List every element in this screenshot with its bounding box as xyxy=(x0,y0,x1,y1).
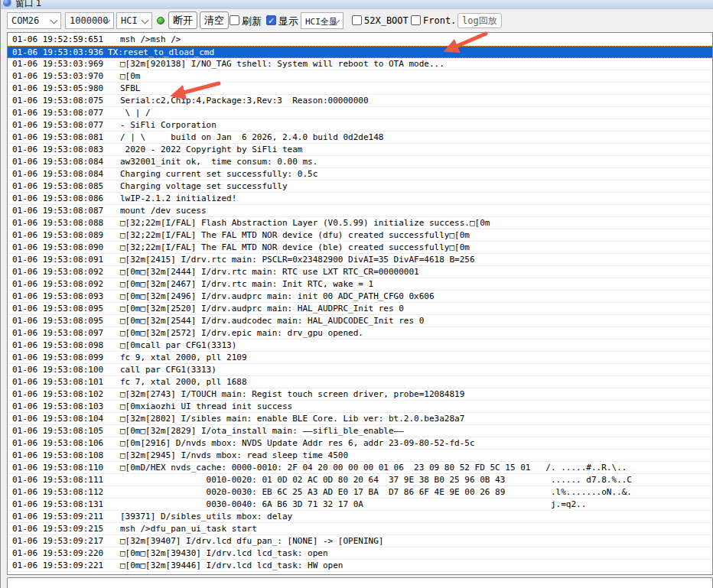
log-message: msh />dfu_pan_ui_task start xyxy=(103,523,257,534)
log-row[interactable]: 01-06 19:53:08:086lwIP-2.1.2 initialized… xyxy=(8,193,712,205)
log-message: lwIP-2.1.2 initialized! xyxy=(103,193,236,204)
log-row[interactable]: 01-06 19:53:05:980SFBL xyxy=(8,83,712,95)
log-message: aw32001_init ok, time consum: 0.00 ms. xyxy=(103,156,317,167)
hci-display-select[interactable]: HCI全显 xyxy=(301,12,343,29)
log-row[interactable]: 01-06 19:53:08:106□[0m[2916] D/nvds mbox… xyxy=(8,437,712,450)
log-timestamp: 01-06 19:53:09:221 xyxy=(8,560,103,571)
log-row[interactable]: 01-06 19:53:08:085Charging voltage set s… xyxy=(8,180,712,193)
log-replay-button[interactable]: log回放 xyxy=(457,13,502,28)
log-row[interactable]: 01-06 19:53:09:211[39371] D/sibles_utils… xyxy=(8,511,712,523)
log-row[interactable]: 01-06 19:53:08:090□[32;22m[I/FAL] The FA… xyxy=(8,242,712,254)
log-rows-container: 01-06 19:52:59:651msh />msh />01-06 19:5… xyxy=(8,34,712,572)
log-message: □[0m[2916] D/nvds mbox: NVDS Update Addr… xyxy=(103,437,475,449)
log-timestamp: 01-06 19:53:08:086 xyxy=(8,193,103,204)
log-timestamp: 01-06 19:53:08:103 xyxy=(8,401,103,412)
log-message: □[0m□[32m[2467] I/drv.rtc main: Init RTC… xyxy=(103,278,373,290)
log-row[interactable]: 01-06 19:53:08:087mount /dev sucess xyxy=(8,205,712,217)
log-row[interactable]: 01-06 19:53:08:111 0010-0020: 01 0D 02 A… xyxy=(8,474,712,486)
log-row[interactable]: 01-06 19:53:08:102□[32m[2743] I/TOUCH ma… xyxy=(8,388,712,401)
clear-button[interactable]: 清空 xyxy=(200,11,229,29)
log-row-selected[interactable]: 01-06 19:53:03:936TX:reset_to_dload_cmd xyxy=(8,46,712,58)
refresh-checkbox-label: 刷新 xyxy=(242,15,262,28)
log-timestamp: 01-06 19:53:03:936 xyxy=(8,47,103,58)
log-row[interactable]: 01-06 19:53:08:104□[32m[2802] I/sibles m… xyxy=(8,413,712,425)
log-row[interactable]: 01-06 19:53:08:093□[0m□[32m[2496] I/drv.… xyxy=(8,291,712,303)
log-timestamp: 01-06 19:53:08:102 xyxy=(8,388,103,400)
refresh-checkbox[interactable] xyxy=(230,15,239,25)
log-message: \ | / xyxy=(103,107,151,119)
log-row[interactable]: 01-06 19:53:08:097□[0m□[32m[2572] I/drv.… xyxy=(8,327,712,339)
connection-status-led-icon xyxy=(157,17,164,24)
log-row[interactable]: 01-06 19:53:08:101fc 7, xtal 2000, pll 1… xyxy=(8,376,712,388)
app-icon xyxy=(3,0,11,7)
log-timestamp: 01-06 19:53:08:075 xyxy=(8,95,103,106)
log-row[interactable]: 01-06 19:53:09:217□[32m[39407] I/drv.lcd… xyxy=(8,535,712,547)
log-message: □[32m[920138] I/NO_TAG tshell: System wi… xyxy=(103,58,444,70)
log-row[interactable]: 01-06 19:53:08:108□[32m[2945] I/nvds mbo… xyxy=(8,450,712,462)
log-row[interactable]: 01-06 19:53:08:103□[0mxiaozhi UI thread … xyxy=(8,401,712,413)
log-timestamp: 01-06 19:53:08:100 xyxy=(8,364,103,375)
front-checkbox[interactable] xyxy=(411,15,421,25)
chevron-down-icon xyxy=(142,17,149,24)
log-timestamp: 01-06 19:53:08:099 xyxy=(8,352,103,363)
log-timestamp: 01-06 19:53:08:131 xyxy=(8,499,103,510)
disconnect-button[interactable]: 断开 xyxy=(168,11,197,29)
log-row[interactable]: 01-06 19:53:03:970□[0m xyxy=(8,70,712,83)
log-message: □[32m[2802] I/sibles main: enable BLE Co… xyxy=(103,413,464,424)
log-message: TX:reset_to_dload_cmd xyxy=(103,47,214,58)
log-message: □[32m[2743] I/TOUCH main: Regist touch s… xyxy=(103,388,464,400)
log-row[interactable]: 01-06 19:53:08:100call par CFG1(3313) xyxy=(8,364,712,376)
log-row[interactable]: 01-06 19:53:09:215msh />dfu_pan_ui_task … xyxy=(8,523,712,535)
log-row[interactable]: 01-06 19:53:08:091□[32m[2415] I/drv.rtc … xyxy=(8,254,712,266)
log-timestamp: 01-06 19:53:08:084 xyxy=(8,168,103,180)
log-row[interactable]: 01-06 19:53:08:077 \ | / xyxy=(8,107,712,119)
command-input[interactable] xyxy=(7,577,713,588)
log-timestamp: 01-06 19:53:08:087 xyxy=(8,205,103,216)
baud-rate-value: 1000000 xyxy=(70,15,109,26)
log-row[interactable]: 01-06 19:53:08:105□[0m□[32m[2829] I/ota_… xyxy=(8,425,712,437)
log-timestamp: 01-06 19:53:03:969 xyxy=(8,58,103,70)
log-row[interactable]: 01-06 19:53:08:083 2020 - 2022 Copyright… xyxy=(8,144,712,156)
log-row[interactable]: 01-06 19:53:08:077- SiFli Corporation xyxy=(8,119,712,132)
display-checkbox[interactable] xyxy=(266,15,276,25)
log-row[interactable]: 01-06 19:53:09:220□[0m□[32m[39430] I/drv… xyxy=(8,547,712,560)
baud-rate-select[interactable]: 1000000 xyxy=(65,12,114,29)
log-row[interactable]: 01-06 19:53:08:089□[32;22m[I/FAL] The FA… xyxy=(8,229,712,242)
log-row[interactable]: 01-06 19:53:08:092□[0m□[32m[2444] I/drv.… xyxy=(8,266,712,278)
log-row[interactable]: 01-06 19:53:08:112 0020-0030: EB 6C 25 A… xyxy=(8,486,712,499)
log-message: □[0mcall par CFG1(3313) xyxy=(103,339,236,351)
log-timestamp: 01-06 19:53:08:093 xyxy=(8,291,103,302)
log-row[interactable]: 01-06 19:53:09:221□[0m□[32m[39446] I/drv… xyxy=(8,560,712,572)
log-row[interactable]: 01-06 19:53:08:098□[0mcall par CFG1(3313… xyxy=(8,339,712,352)
com-port-select[interactable]: COM26 xyxy=(7,12,61,29)
log-row[interactable]: 01-06 19:53:08:081/ | \ build on Jan 6 2… xyxy=(8,132,712,144)
front-checkbox-label: Front. xyxy=(423,15,456,26)
log-row[interactable]: 01-06 19:53:08:092□[0m□[32m[2467] I/drv.… xyxy=(8,278,712,291)
log-row[interactable]: 01-06 19:52:59:651msh />msh /> xyxy=(8,34,712,46)
log-row[interactable]: 01-06 19:53:08:099fc 9, xtal 2000, pll 2… xyxy=(8,352,712,364)
serial-log-panel[interactable]: 01-06 19:52:59:651msh />msh />01-06 19:5… xyxy=(7,32,713,575)
log-message: - SiFli Corporation xyxy=(103,119,217,131)
52x-boot-checkbox[interactable] xyxy=(352,15,362,25)
log-message: Charging voltage set successfully xyxy=(103,180,288,192)
log-row[interactable]: 01-06 19:53:08:095□[0m□[32m[2520] I/drv.… xyxy=(8,303,712,315)
protocol-mode-select[interactable]: HCI xyxy=(116,12,152,29)
log-timestamp: 01-06 19:53:08:088 xyxy=(8,217,103,229)
log-timestamp: 01-06 19:53:08:097 xyxy=(8,327,103,339)
log-row[interactable]: 01-06 19:53:08:110□[0mD/HEX nvds_cache: … xyxy=(8,462,712,474)
log-timestamp: 01-06 19:53:08:090 xyxy=(8,242,103,253)
log-message: / | \ build on Jan 6 2026, 2.4.0 build 0… xyxy=(103,132,383,143)
log-timestamp: 01-06 19:53:08:077 xyxy=(8,107,103,119)
log-row[interactable]: 01-06 19:53:03:969□[32m[920138] I/NO_TAG… xyxy=(8,58,712,70)
log-row[interactable]: 01-06 19:53:08:084Charging current set s… xyxy=(8,168,712,180)
log-row[interactable]: 01-06 19:53:08:088□[32;22m[I/FAL] Flash … xyxy=(8,217,712,229)
log-row[interactable]: 01-06 19:53:08:075Serial:c2,Chip:4,Packa… xyxy=(8,95,712,107)
log-timestamp: 01-06 19:53:08:081 xyxy=(8,132,103,143)
protocol-mode-value: HCI xyxy=(121,15,138,26)
log-timestamp: 01-06 19:52:59:651 xyxy=(8,34,103,45)
log-message: □[0m□[32m[2544] I/drv.audcodec main: HAL… xyxy=(103,315,424,326)
log-timestamp: 01-06 19:53:08:108 xyxy=(8,450,103,461)
log-row[interactable]: 01-06 19:53:08:095□[0m□[32m[2544] I/drv.… xyxy=(8,315,712,327)
log-row[interactable]: 01-06 19:53:08:131 0030-0040: 6A B6 3D 7… xyxy=(8,499,712,511)
log-row[interactable]: 01-06 19:53:08:084aw32001_init ok, time … xyxy=(8,156,712,168)
